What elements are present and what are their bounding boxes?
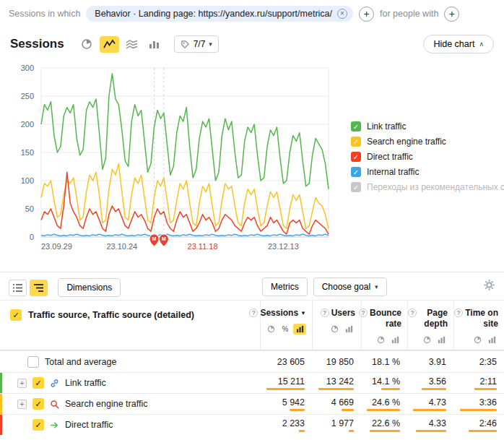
- chart-header: Sessions 7/7 ▾ Hide chart ∧: [0, 27, 504, 56]
- pie-chart-icon[interactable]: [77, 36, 97, 53]
- cell-value: 22.6 %: [372, 418, 400, 428]
- column-header-sessions[interactable]: ? Sessions ▼ %: [260, 301, 312, 350]
- cell-value: 3:36: [479, 397, 497, 407]
- expand-icon[interactable]: +: [17, 379, 27, 388]
- row-checkbox[interactable]: ✓: [32, 398, 44, 410]
- column-header-page-depth[interactable]: ? Page depth: [407, 301, 453, 350]
- row-checkbox[interactable]: ✓: [32, 377, 44, 389]
- column-label: Time on site: [465, 308, 498, 329]
- add-people-filter-button[interactable]: +: [444, 7, 459, 22]
- pie-mode-icon[interactable]: [264, 324, 277, 335]
- filter-chip[interactable]: Behavior · Landing page: https://yandex.…: [86, 6, 353, 22]
- cell-value: 2:46: [479, 418, 497, 428]
- close-icon[interactable]: ×: [337, 9, 347, 19]
- metrics-button[interactable]: Metrics: [262, 277, 308, 296]
- bars-mode-icon[interactable]: [485, 335, 498, 345]
- help-icon[interactable]: ?: [454, 309, 463, 317]
- percent-mode-icon[interactable]: %: [279, 324, 292, 335]
- value-bar: [342, 409, 354, 411]
- bar-chart-icon[interactable]: [144, 36, 164, 53]
- svg-text:200: 200: [21, 120, 34, 129]
- table-header: ✓ Traffic source, Traffic source (detail…: [0, 301, 504, 350]
- cell-value: 24.6 %: [372, 397, 400, 407]
- legend-checkbox[interactable]: ✓: [351, 167, 361, 177]
- bars-mode-icon[interactable]: [435, 335, 448, 345]
- pie-mode-icon[interactable]: [374, 335, 387, 345]
- help-icon[interactable]: ?: [321, 309, 329, 317]
- value-bar: [266, 388, 305, 390]
- chevron-up-icon: ∧: [479, 40, 484, 48]
- row-checkbox[interactable]: ✓: [32, 419, 44, 431]
- select-all-checkbox[interactable]: ✓: [10, 309, 22, 321]
- value-bar: [422, 388, 446, 390]
- legend-checkbox[interactable]: ✓: [351, 182, 361, 192]
- legend-checkbox[interactable]: ✓: [351, 137, 361, 147]
- gear-icon[interactable]: [483, 279, 495, 293]
- column-header-time-on-site[interactable]: ? Time on site: [453, 301, 504, 350]
- cell-value: 2:35: [479, 357, 497, 367]
- expand-icon[interactable]: +: [17, 400, 27, 409]
- column-header-users[interactable]: ? Users: [312, 301, 361, 350]
- help-icon[interactable]: ?: [249, 309, 258, 317]
- add-session-filter-button[interactable]: +: [359, 7, 374, 22]
- help-icon[interactable]: ?: [359, 309, 368, 317]
- value-bar: [469, 430, 497, 432]
- cell-value: 23 605: [277, 357, 305, 367]
- row-label[interactable]: Search engine traffic: [65, 399, 147, 409]
- pie-mode-icon[interactable]: [328, 324, 341, 335]
- choose-goal-button[interactable]: Choose goal ▾: [313, 277, 387, 296]
- legend-label: Переходы из рекомендательных систем: [367, 182, 504, 192]
- table-row-link-traffic[interactable]: + ✓ Link traffic 15 211 13 242 14.1 % 3.…: [0, 372, 504, 393]
- table-row-total[interactable]: Total and average 23 605 19 850 18.1 % 3…: [0, 350, 504, 372]
- chart-area: 05010015020025030023.09.2923.10.2423.11.…: [0, 56, 504, 260]
- legend-item[interactable]: ✓ Search engine traffic: [351, 137, 504, 147]
- value-bar: [460, 409, 497, 411]
- cell-value: 3.91: [429, 357, 446, 367]
- bars-mode-icon[interactable]: [342, 324, 355, 335]
- row-label[interactable]: Link traffic: [65, 378, 106, 388]
- segments-dropdown[interactable]: 7/7 ▾: [174, 35, 219, 53]
- filter-prefix-label: Sessions in which: [9, 9, 80, 19]
- column-header-bounce-rate[interactable]: ? Bounce rate: [361, 301, 407, 350]
- pie-mode-icon[interactable]: [420, 335, 433, 345]
- legend-item[interactable]: ✓ Internal traffic: [351, 167, 504, 177]
- sessions-chart[interactable]: 05010015020025030023.09.2923.10.2423.11.…: [0, 59, 347, 256]
- legend-item[interactable]: ✓ Link traffic: [351, 121, 504, 131]
- svg-text:250: 250: [21, 92, 34, 100]
- bars-mode-icon[interactable]: [388, 335, 401, 345]
- hide-chart-button[interactable]: Hide chart ∧: [423, 35, 494, 53]
- svg-text:100: 100: [21, 176, 34, 185]
- segments-count: 7/7: [194, 39, 206, 49]
- tree-view-icon[interactable]: [30, 280, 48, 296]
- legend-item[interactable]: ✓ Переходы из рекомендательных систем: [351, 182, 504, 192]
- cell-value: 14.1 %: [372, 376, 400, 387]
- row-label: Total and average: [45, 357, 116, 367]
- help-icon[interactable]: ?: [408, 309, 417, 317]
- row-checkbox[interactable]: [27, 356, 39, 368]
- segments-tag-icon: [181, 40, 190, 49]
- cell-value: 4.73: [429, 397, 446, 407]
- dimensions-button[interactable]: Dimensions: [58, 278, 121, 297]
- hide-chart-label: Hide chart: [433, 39, 474, 49]
- legend-label: Direct traffic: [367, 152, 413, 162]
- legend-label: Internal traffic: [367, 167, 419, 177]
- cell-value: 15 211: [278, 376, 305, 387]
- value-bar: [299, 430, 305, 432]
- line-chart-icon[interactable]: [100, 36, 119, 53]
- cell-value: 4 669: [331, 397, 354, 407]
- view-toggle-group: [9, 280, 48, 296]
- pie-mode-icon[interactable]: [471, 335, 484, 345]
- table-row-direct-traffic[interactable]: ✓ Direct traffic 2 233 1 977 22.6 % 4.33…: [0, 414, 504, 435]
- legend-checkbox[interactable]: ✓: [351, 152, 361, 162]
- bars-mode-icon[interactable]: [293, 324, 306, 335]
- value-bar: [416, 430, 446, 432]
- row-label[interactable]: Direct traffic: [65, 420, 113, 430]
- value-bar: [413, 409, 446, 411]
- legend-item[interactable]: ✓ Direct traffic: [351, 152, 504, 162]
- list-view-icon[interactable]: [9, 280, 27, 296]
- legend-checkbox[interactable]: ✓: [351, 121, 361, 131]
- table-row-search-traffic[interactable]: + ✓ Search engine traffic 5 942 4 669 24…: [0, 393, 504, 414]
- stacked-chart-icon[interactable]: [122, 36, 142, 53]
- svg-text:150: 150: [21, 148, 34, 157]
- table-group-title: Traffic source, Traffic source (detailed…: [28, 309, 194, 320]
